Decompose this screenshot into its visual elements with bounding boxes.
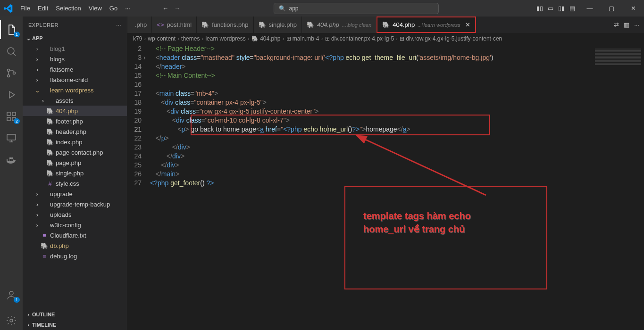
- window-close[interactable]: ✕: [622, 0, 644, 16]
- tree-item[interactable]: 🐘page-contact.php: [23, 147, 127, 157]
- tree-item[interactable]: ⌄learn wordpress: [23, 85, 127, 95]
- outline-section[interactable]: ›OUTLINE: [23, 309, 127, 320]
- breadcrumb-item[interactable]: k79: [133, 35, 142, 42]
- tree-item[interactable]: 🐘footer.php: [23, 116, 127, 126]
- svg-point-3: [13, 72, 16, 74]
- editor-tab[interactable]: 🐘single.php: [254, 16, 302, 33]
- settings-icon[interactable]: [0, 311, 23, 330]
- tree-item[interactable]: 🐘index.php: [23, 137, 127, 147]
- editor-tab[interactable]: 🐘404.php...\learn wordpress✕: [376, 16, 476, 33]
- folder-section[interactable]: ⌄APP: [23, 33, 127, 43]
- tree-item[interactable]: ›assets: [23, 95, 127, 106]
- file-icon: 🐘: [259, 21, 266, 28]
- menu-view[interactable]: View: [85, 0, 106, 16]
- command-center[interactable]: 🔍 app: [274, 3, 439, 14]
- menu-go[interactable]: Go: [106, 0, 121, 16]
- minimap[interactable]: [592, 44, 644, 330]
- breadcrumb-item[interactable]: ⊞ div.row.gx-4.gx-lg-5.justify-content-c…: [400, 35, 502, 42]
- tree-item[interactable]: ›blogs: [23, 54, 127, 64]
- command-center-text: app: [289, 5, 298, 12]
- svg-point-0: [8, 48, 14, 54]
- split-icon[interactable]: ▥: [624, 21, 629, 28]
- breadcrumb-item[interactable]: themes: [181, 35, 200, 42]
- tree-item[interactable]: 🐘db.php: [23, 240, 127, 251]
- search-icon: 🔍: [279, 5, 286, 12]
- run-debug-icon[interactable]: [0, 85, 23, 104]
- nav-forward[interactable]: →: [174, 5, 180, 12]
- explorer-sidebar: EXPLORER ··· ⌄APP ›blog1›blogs›flatsome›…: [23, 16, 127, 330]
- tree-item[interactable]: 🐘page.php: [23, 157, 127, 168]
- account-icon[interactable]: 1: [0, 286, 23, 305]
- tree-item[interactable]: ›flatsome-child: [23, 74, 127, 85]
- activity-bar: 1 2 1: [0, 16, 23, 330]
- code-editor[interactable]: 231415161718192021222324252627 <!-- Page…: [127, 44, 644, 330]
- svg-rect-8: [7, 134, 16, 140]
- file-icon: 🐘: [201, 21, 209, 28]
- tree-item[interactable]: ›upgrade: [23, 189, 127, 199]
- docker-icon[interactable]: [0, 150, 23, 169]
- tree-item[interactable]: ≡Cloudflare.txt: [23, 230, 127, 240]
- toggle-panel-icon[interactable]: ▭: [548, 5, 553, 12]
- file-icon: <>: [157, 21, 164, 28]
- source-control-icon[interactable]: [0, 64, 23, 82]
- tree-item[interactable]: 🐘header.php: [23, 126, 127, 137]
- svg-point-1: [8, 69, 10, 72]
- file-icon: 🐘: [382, 21, 390, 28]
- tree-item[interactable]: 🐘single.php: [23, 168, 127, 178]
- explorer-icon[interactable]: 1: [0, 20, 23, 39]
- timeline-section[interactable]: ›TIMELINE: [23, 320, 127, 330]
- breadcrumb[interactable]: k79›wp-content›themes›learn wordpress›🐘 …: [127, 33, 644, 44]
- menu-more[interactable]: ···: [121, 0, 134, 16]
- search-activity-icon[interactable]: [0, 42, 23, 61]
- editor-tab[interactable]: 🐘404.php...\blog clean: [302, 16, 376, 33]
- close-icon[interactable]: ✕: [465, 21, 470, 28]
- editor-tab[interactable]: 🐘functions.php: [197, 16, 253, 33]
- tree-item[interactable]: 🐘404.php: [23, 106, 127, 116]
- tree-item[interactable]: #style.css: [23, 178, 127, 189]
- tree-item[interactable]: ›flatsome: [23, 64, 127, 74]
- customize-layout-icon[interactable]: ▤: [569, 5, 575, 12]
- breadcrumb-item[interactable]: 🐘 404.php: [251, 35, 281, 42]
- svg-rect-7: [12, 112, 16, 116]
- svg-point-2: [8, 75, 10, 77]
- svg-point-10: [10, 319, 13, 322]
- svg-point-9: [9, 291, 13, 295]
- menu-selection[interactable]: Selection: [52, 0, 84, 16]
- annotation-text: template tags hàm echo home_url về trang…: [363, 209, 471, 236]
- toggle-secondary-side-icon[interactable]: ▯▮: [558, 5, 565, 12]
- vscode-icon: [0, 4, 17, 13]
- editor-tab[interactable]: .php: [127, 16, 152, 33]
- window-maximize[interactable]: ▢: [601, 0, 622, 16]
- code-lines[interactable]: <!-- Page Header-->› <header class="mast…: [150, 44, 644, 330]
- svg-rect-4: [7, 112, 10, 116]
- nav-arrows: ← →: [162, 5, 180, 12]
- tree-item[interactable]: ≡debug.log: [23, 251, 127, 261]
- window-minimize[interactable]: —: [579, 0, 601, 16]
- toggle-primary-side-icon[interactable]: ▮▯: [536, 5, 543, 12]
- compare-icon[interactable]: ⇄: [614, 21, 619, 28]
- menu-edit[interactable]: Edit: [34, 0, 52, 16]
- tree-item[interactable]: ›blog1: [23, 43, 127, 54]
- menu-file[interactable]: File: [17, 0, 34, 16]
- svg-rect-5: [7, 117, 10, 121]
- tree-item[interactable]: ›uploads: [23, 209, 127, 220]
- app-menu: File Edit Selection View Go ···: [17, 0, 134, 16]
- remote-icon[interactable]: [0, 129, 23, 148]
- layout-controls: ▮▯ ▭ ▯▮ ▤: [533, 5, 579, 12]
- file-tree: ›blog1›blogs›flatsome›flatsome-child⌄lea…: [23, 43, 127, 309]
- tab-more-icon[interactable]: ···: [634, 21, 639, 28]
- nav-back[interactable]: ←: [162, 5, 168, 12]
- breadcrumb-item[interactable]: wp-content: [148, 35, 176, 42]
- tree-item[interactable]: ›upgrade-temp-backup: [23, 199, 127, 209]
- breadcrumb-item[interactable]: ⊞ main.mb-4: [286, 35, 319, 42]
- breadcrumb-item[interactable]: learn wordpress: [205, 35, 245, 42]
- ext-badge: 2: [14, 118, 20, 124]
- breadcrumb-item[interactable]: ⊞ div.container.px-4.px-lg-5: [325, 35, 394, 42]
- editor-tab[interactable]: <>post.html: [152, 16, 197, 33]
- explorer-more[interactable]: ···: [116, 22, 121, 28]
- extensions-icon[interactable]: 2: [0, 107, 23, 126]
- tree-item[interactable]: ›w3tc-config: [23, 220, 127, 230]
- explorer-title: EXPLORER: [28, 22, 59, 28]
- explorer-badge: 1: [14, 32, 20, 37]
- file-icon: 🐘: [307, 21, 314, 28]
